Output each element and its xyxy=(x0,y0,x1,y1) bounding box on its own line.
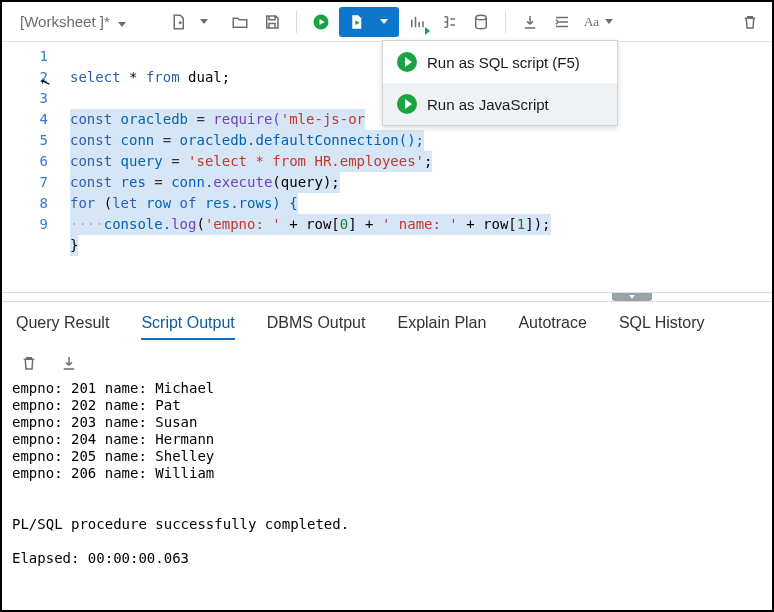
separator xyxy=(296,11,297,33)
tok: row xyxy=(137,195,179,211)
menu-item-label: Run as JavaScript xyxy=(427,96,549,113)
play-icon xyxy=(397,94,417,114)
drag-handle-icon xyxy=(612,293,652,301)
tok: dual; xyxy=(180,69,231,85)
tok: ]); xyxy=(525,216,550,232)
tok: + row[ xyxy=(458,216,517,232)
tok: select xyxy=(70,69,121,85)
menu-item-label: Run as SQL script (F5) xyxy=(427,54,580,71)
tok: = xyxy=(154,174,162,190)
worksheet-title[interactable]: [Worksheet ]* xyxy=(10,13,132,30)
tok: ] + xyxy=(348,216,382,232)
trash-icon xyxy=(20,354,38,372)
chevron-down-icon xyxy=(605,19,613,24)
format-button[interactable] xyxy=(548,8,576,36)
tok: const xyxy=(70,153,112,169)
font-button[interactable]: Aa xyxy=(580,8,617,36)
line-number: 8 xyxy=(2,193,48,214)
line-number: 6 xyxy=(2,151,48,172)
tab-dbms-output[interactable]: DBMS Output xyxy=(267,314,366,340)
tok: (query); xyxy=(272,174,339,190)
tok: require( xyxy=(205,111,281,127)
chevron-down-icon xyxy=(380,19,388,24)
tok: = xyxy=(196,111,204,127)
tok: const xyxy=(70,132,112,148)
tree-icon xyxy=(440,13,458,31)
download-output-button[interactable] xyxy=(60,354,78,372)
tok: res xyxy=(112,174,154,190)
toolbar: [Worksheet ]* Aa xyxy=(2,2,772,42)
download-button[interactable] xyxy=(516,8,544,36)
tok: log xyxy=(171,216,196,232)
chevron-down-icon[interactable] xyxy=(200,19,208,24)
db-icon xyxy=(472,13,490,31)
tab-script-output[interactable]: Script Output xyxy=(141,314,234,340)
tok: execute xyxy=(213,174,272,190)
tok: ( xyxy=(196,216,204,232)
tok: 1 xyxy=(517,216,525,232)
chevron-down-icon xyxy=(118,22,126,27)
play-icon xyxy=(397,52,417,72)
script-output: empno: 201 name: Michael empno: 202 name… xyxy=(2,380,772,577)
line-number: 2 xyxy=(2,67,48,88)
save-button[interactable] xyxy=(258,8,286,36)
tok: of xyxy=(180,195,197,211)
run-script-button[interactable] xyxy=(343,7,369,37)
tok: 'empno: ' xyxy=(205,216,281,232)
tok: conn. xyxy=(163,174,214,190)
tok: let xyxy=(112,195,137,211)
autotrace-button[interactable] xyxy=(435,8,463,36)
tab-sql-history[interactable]: SQL History xyxy=(619,314,705,340)
tok: console. xyxy=(104,216,171,232)
tok: 'mle-js-or xyxy=(281,111,365,127)
tok: 'select * from HR.employees' xyxy=(180,153,424,169)
worksheet-title-text: [Worksheet ]* xyxy=(20,13,110,30)
tok: 0 xyxy=(340,216,348,232)
tok: const xyxy=(70,111,112,127)
play-badge-icon xyxy=(425,27,430,35)
sql-history-button[interactable] xyxy=(467,8,495,36)
run-statement-button[interactable] xyxy=(307,8,335,36)
run-script-split-button[interactable] xyxy=(339,7,399,37)
run-script-menu: Run as SQL script (F5) Run as JavaScript xyxy=(382,40,618,126)
delete-button[interactable] xyxy=(736,8,764,36)
tab-autotrace[interactable]: Autotrace xyxy=(518,314,586,340)
tok: ···· xyxy=(70,216,104,232)
save-icon xyxy=(263,13,281,31)
menu-item-run-sql[interactable]: Run as SQL script (F5) xyxy=(383,41,617,83)
tok: } xyxy=(70,237,78,253)
explain-plan-button[interactable] xyxy=(403,8,431,36)
menu-item-run-js[interactable]: Run as JavaScript xyxy=(383,83,617,125)
tok: oracledb.default xyxy=(171,132,314,148)
results-tabs: Query Result Script Output DBMS Output E… xyxy=(2,302,772,350)
open-button[interactable] xyxy=(226,8,254,36)
font-icon: Aa xyxy=(584,14,599,30)
panel-drag-handle[interactable] xyxy=(2,292,772,302)
tok: = xyxy=(163,132,171,148)
new-file-button[interactable] xyxy=(164,8,192,36)
line-gutter: 1 2 3 4 5 6 7 8 9 xyxy=(2,42,60,292)
line-number: 9 xyxy=(2,214,48,235)
file-add-icon xyxy=(169,13,187,31)
folder-open-icon xyxy=(231,13,249,31)
results-toolbar xyxy=(2,350,772,380)
trash-icon xyxy=(741,13,759,31)
tok: ; xyxy=(424,153,432,169)
line-number: 3 xyxy=(2,88,48,109)
tok: const xyxy=(70,174,112,190)
tok: oracledb xyxy=(112,111,196,127)
separator xyxy=(505,11,506,33)
tok: * xyxy=(121,69,146,85)
chart-icon xyxy=(408,13,426,31)
run-script-dropdown-button[interactable] xyxy=(369,7,395,37)
tab-explain-plan[interactable]: Explain Plan xyxy=(397,314,486,340)
tok: query xyxy=(112,153,171,169)
tab-query-result[interactable]: Query Result xyxy=(16,314,109,340)
tok: = xyxy=(171,153,179,169)
clear-output-button[interactable] xyxy=(20,354,38,372)
line-number: 5 xyxy=(2,130,48,151)
tok: for xyxy=(70,195,95,211)
tok: conn xyxy=(112,132,163,148)
line-number: 7 xyxy=(2,172,48,193)
line-number: 1 xyxy=(2,46,48,67)
